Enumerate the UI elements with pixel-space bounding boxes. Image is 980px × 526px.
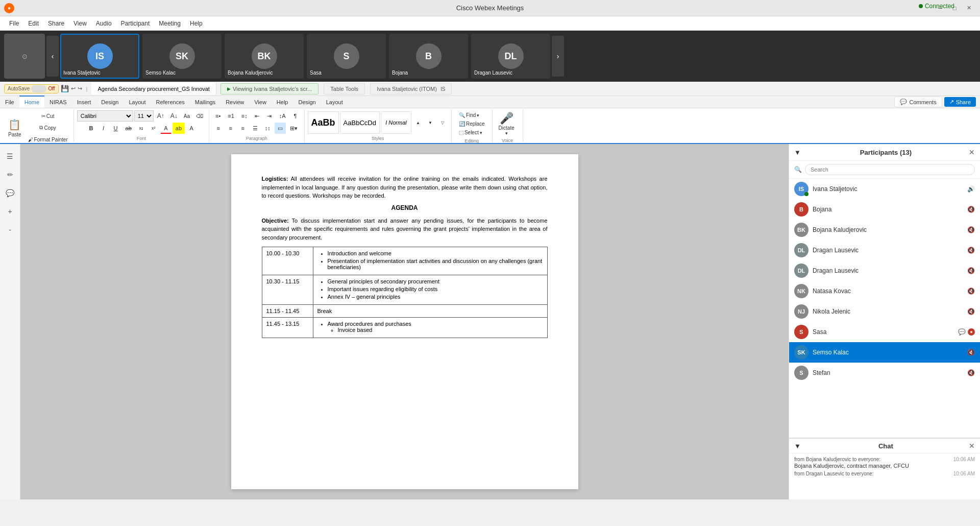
video-next-btn[interactable]: › xyxy=(552,36,564,77)
select-button[interactable]: ⬚ Select ▾ xyxy=(457,129,484,136)
viewing-tab[interactable]: ▶ Viewing Ivana Staljetovic's scr... xyxy=(220,83,318,94)
video-tile-sk[interactable]: SK Semso Kalac xyxy=(142,34,222,79)
increase-indent-button[interactable]: ⇥ xyxy=(264,110,275,122)
participant-b[interactable]: B Bojana 🔇 xyxy=(789,199,980,220)
ribbon-tab-file[interactable]: File xyxy=(0,96,19,108)
itom-tab[interactable]: Ivana Staljetovic (ITOM) IS xyxy=(370,83,452,94)
ribbon-tab-layout2[interactable]: Layout xyxy=(321,96,348,108)
save-button[interactable]: 💾 xyxy=(61,85,69,92)
show-marks-button[interactable]: ¶ xyxy=(290,110,301,122)
underline-button[interactable]: U xyxy=(110,123,121,134)
doc-tab-agenda[interactable]: Agenda Secondary procurement_GS Innovat xyxy=(91,83,216,94)
sidebar-pen-tool[interactable]: ✏ xyxy=(3,168,17,182)
find-button[interactable]: 🔍 Find ▾ xyxy=(457,111,481,119)
video-tile-b[interactable]: B Bojana xyxy=(389,34,468,79)
menu-participant[interactable]: Participant xyxy=(117,18,154,29)
comments-button[interactable]: 💬 Comments xyxy=(894,97,942,107)
chat-close-button[interactable]: ✕ xyxy=(969,442,975,450)
menu-meeting[interactable]: Meeting xyxy=(155,18,185,29)
ribbon-tab-view[interactable]: View xyxy=(249,96,272,108)
chevron-down-chat-icon[interactable]: ▼ xyxy=(794,442,801,450)
superscript-button[interactable]: x² xyxy=(148,123,159,134)
paste-button[interactable]: 📋 Paste xyxy=(5,114,24,141)
font-color-button[interactable]: A xyxy=(160,123,172,134)
ribbon-tab-help[interactable]: Help xyxy=(272,96,293,108)
sort-button[interactable]: ↕A xyxy=(276,110,289,122)
video-tile-is[interactable]: IS Ivana Staljetovic xyxy=(60,34,139,79)
minimize-button[interactable]: ─ xyxy=(934,3,946,13)
cut-button[interactable]: ✂ Cut xyxy=(26,110,70,122)
ribbon-tab-home[interactable]: Home xyxy=(19,95,44,108)
menu-view[interactable]: View xyxy=(69,18,91,29)
style-normal-aa[interactable]: AaBb xyxy=(308,111,339,134)
ribbon-tab-design2[interactable]: Design xyxy=(293,96,321,108)
font-name-select[interactable]: Calibri xyxy=(77,110,133,122)
redo-button[interactable]: ↪ xyxy=(78,85,82,92)
chevron-down-icon[interactable]: ▼ xyxy=(794,149,801,156)
menu-help[interactable]: Help xyxy=(186,18,207,29)
font-grow-button[interactable]: A↑ xyxy=(155,110,167,122)
participant-dl2[interactable]: DL Dragan Lausevic 🔇 xyxy=(789,260,980,281)
undo-button[interactable]: ↩ xyxy=(71,85,76,92)
participant-is[interactable]: IS Ivana Staljetovic 🔊 xyxy=(789,179,980,199)
align-center-button[interactable]: ≡ xyxy=(225,123,236,134)
menu-audio[interactable]: Audio xyxy=(92,18,116,29)
styles-scroll-down[interactable]: ▼ xyxy=(425,117,436,128)
font-case-button[interactable]: Aa xyxy=(181,110,192,122)
strikethrough-button[interactable]: ab xyxy=(122,123,135,134)
close-button[interactable]: ✕ xyxy=(963,3,975,13)
borders-button[interactable]: ⊞▾ xyxy=(287,123,301,134)
participant-dl1[interactable]: DL Dragan Lausevic 🔇 xyxy=(789,240,980,260)
ribbon-tab-references[interactable]: References xyxy=(151,96,190,108)
share-button[interactable]: ↗ Share xyxy=(944,97,976,107)
ribbon-tab-layout[interactable]: Layout xyxy=(124,96,151,108)
multilevel-list-button[interactable]: ≡↕ xyxy=(238,110,251,122)
menu-file[interactable]: File xyxy=(5,18,23,29)
justify-button[interactable]: ☰ xyxy=(250,123,261,134)
italic-button[interactable]: I xyxy=(98,123,109,134)
participant-sk[interactable]: SK Semso Kalac 🔇 xyxy=(789,342,980,363)
bold-button[interactable]: B xyxy=(86,123,97,134)
participant-stefan[interactable]: S Stefan 🔇 xyxy=(789,363,980,383)
video-tile-bk[interactable]: BK Bojana Kaludjerovic xyxy=(225,34,304,79)
zoom-out-button[interactable]: - xyxy=(3,223,17,237)
sidebar-comment-tool[interactable]: 💬 xyxy=(3,186,17,200)
dictate-button[interactable]: 🎤 Dictate ▾ xyxy=(496,110,518,137)
video-prev-btn[interactable]: ‹ xyxy=(46,36,59,77)
video-tile-dl[interactable]: DL Dragan Lausevic xyxy=(471,34,550,79)
copy-button[interactable]: ⧉ Copy xyxy=(26,122,70,133)
line-spacing-button[interactable]: ↕↕ xyxy=(262,123,274,134)
replace-button[interactable]: 🔄 Replace xyxy=(457,120,487,128)
search-participants-input[interactable] xyxy=(805,164,975,175)
zoom-in-button[interactable]: + xyxy=(3,204,17,219)
highlight-button[interactable]: ab xyxy=(173,123,185,134)
restore-button[interactable]: □ xyxy=(948,3,961,13)
ribbon-tab-mailings[interactable]: Mailings xyxy=(190,96,220,108)
bullet-list-button[interactable]: ≡• xyxy=(212,110,224,122)
font-clear-button[interactable]: ⌫ xyxy=(193,110,206,122)
participants-close-button[interactable]: ✕ xyxy=(969,148,975,156)
video-tile-s[interactable]: S Sasa xyxy=(307,34,386,79)
style-normal-aabb[interactable]: AaBbCcDd xyxy=(340,111,380,134)
subscript-button[interactable]: x₂ xyxy=(136,123,147,134)
participant-bk[interactable]: BK Bojana Kaludjerovic 🔇 xyxy=(789,220,980,240)
shading-button[interactable]: ▭ xyxy=(275,123,286,134)
participant-nj[interactable]: NJ Nikola Jelenic 🔇 xyxy=(789,301,980,322)
ribbon-tab-design[interactable]: Design xyxy=(96,96,124,108)
participant-nk[interactable]: NK Natasa Kovac 🔇 xyxy=(789,281,980,301)
font-shading-button[interactable]: A xyxy=(186,123,197,134)
styles-scroll-up[interactable]: ▲ xyxy=(412,117,424,128)
ribbon-tab-review[interactable]: Review xyxy=(220,96,249,108)
numbered-list-button[interactable]: ≡1 xyxy=(225,110,237,122)
menu-share[interactable]: Share xyxy=(44,18,68,29)
sidebar-tool-1[interactable]: ☰ xyxy=(3,149,17,163)
align-right-button[interactable]: ≡ xyxy=(237,123,249,134)
format-painter-button[interactable]: 🖌 Format Painter xyxy=(26,134,70,145)
autosave-toggle[interactable] xyxy=(31,85,46,92)
ribbon-tab-insert[interactable]: Insert xyxy=(72,96,96,108)
styles-expand[interactable]: ▽ xyxy=(437,117,448,128)
decrease-indent-button[interactable]: ⇤ xyxy=(252,110,263,122)
align-left-button[interactable]: ≡ xyxy=(213,123,224,134)
table-tools-tab[interactable]: Table Tools xyxy=(324,83,365,94)
font-size-select[interactable]: 11 xyxy=(134,110,154,122)
